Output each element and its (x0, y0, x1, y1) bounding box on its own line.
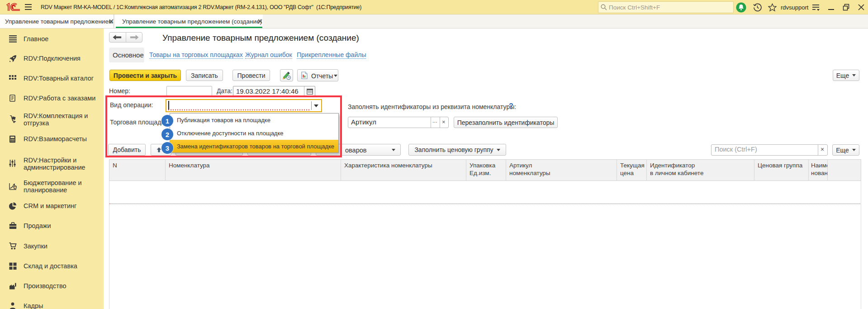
svg-text:Р: Р (14, 185, 16, 189)
